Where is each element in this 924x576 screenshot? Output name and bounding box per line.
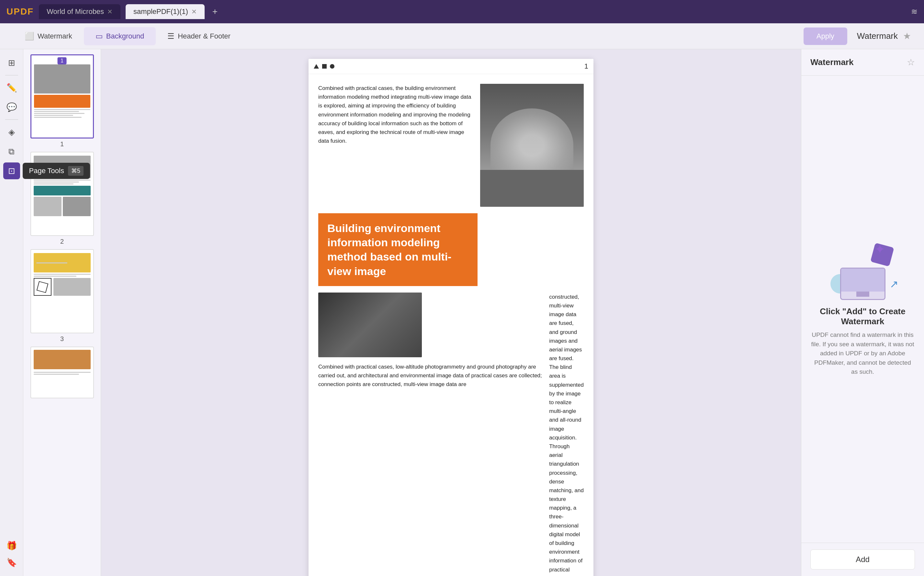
thumb-p4-img: [34, 350, 91, 369]
stamp-icon-btn[interactable]: ◈: [3, 123, 20, 141]
pdf-page-number: 1: [585, 62, 588, 70]
thumbnail-page-1: 1 1: [27, 54, 97, 148]
pdf-orange-banner: Building environment information modelin…: [318, 213, 477, 286]
tooltip-label: Page Tools: [29, 166, 64, 175]
click-add-text: Click "Add" to Create Watermark: [820, 306, 905, 326]
building-img-bg: [480, 84, 584, 207]
pdf-building-image: [480, 84, 584, 207]
page-tools-tooltip: Page Tools ⌘5: [22, 163, 90, 179]
star-icon[interactable]: ★: [903, 31, 911, 42]
thumb-label-3: 3: [60, 335, 64, 343]
thumbnail-page-3: 3: [27, 249, 97, 343]
title-bar-icon: ≋: [911, 7, 918, 16]
tab-world-of-microbes[interactable]: World of Microbes ✕: [39, 4, 120, 19]
pdf-top-bar: 1: [309, 59, 593, 74]
thumb-frame-3[interactable]: [30, 249, 94, 333]
wm-star-icon: ✦: [874, 242, 886, 257]
pages-icon-btn[interactable]: ⊞: [3, 54, 20, 71]
pdf-row-2: Combined with practical cases, low-altit…: [318, 293, 584, 576]
tooltip-shortcut: ⌘5: [68, 166, 83, 176]
thumb-p2-text: [34, 179, 91, 184]
pdf-text-1: Combined with practical cases, the build…: [318, 84, 474, 207]
page-tools-container: ⊡ Page Tools ⌘5: [3, 162, 20, 179]
divider-2: [5, 119, 18, 120]
wm-monitor-stand: [856, 291, 869, 297]
click-add-title: Click "Add" to Create Watermark: [811, 306, 914, 326]
background-label: Background: [106, 32, 144, 40]
tab-sample-pdf-close[interactable]: ✕: [191, 8, 197, 16]
pdf-body: Combined with practical cases, the build…: [309, 74, 593, 576]
panel-title-toolbar: Watermark: [857, 31, 898, 41]
add-button[interactable]: Add: [810, 549, 915, 570]
thumb-p3-text: [34, 274, 91, 277]
tab-world-of-microbes-close[interactable]: ✕: [107, 8, 113, 16]
watermark-illustration: ✦ ↗: [830, 242, 895, 300]
pdf-text-2: constructed, multi-view image data are f…: [549, 293, 584, 576]
right-panel-title: Watermark: [810, 57, 854, 67]
thumb-p2-img2: [34, 197, 91, 216]
watermark-icon: ⬜: [25, 32, 34, 41]
thumb-badge-1: 1: [57, 57, 67, 64]
pdf-viewer: 1 Combined with practical cases, the bui…: [101, 49, 801, 576]
bottom-icons: 🎁 🔖: [3, 537, 20, 571]
background-icon: ▭: [96, 32, 103, 41]
pdf-row-1: Combined with practical cases, the build…: [318, 84, 584, 207]
wm-monitor-screen: [841, 269, 884, 291]
right-panel: Watermark ☆ ✦ ↗ Click "Add" to Create Wa…: [801, 49, 924, 576]
thumb-p1-img: [34, 64, 90, 93]
triangle-icon: [314, 64, 319, 69]
watermark-toolbar-btn[interactable]: ⬜ Watermark: [13, 27, 84, 45]
thumb-frame-4[interactable]: [30, 347, 94, 398]
main-layout: ⊞ ✏️ 💬 ◈ ⧉ ⊡ Page Tools ⌘5 🎁 🔖 1: [0, 49, 924, 576]
right-panel-star-icon[interactable]: ☆: [907, 57, 915, 68]
thumb-p4-text: [34, 372, 91, 375]
pdf-icons: [314, 64, 335, 69]
wm-cursor-icon: ↗: [890, 278, 898, 290]
right-panel-header: Watermark ☆: [801, 49, 924, 76]
watermark-description: UPDF cannot find a watermark in this fil…: [811, 330, 914, 377]
new-tab-button[interactable]: +: [212, 6, 218, 17]
apply-button[interactable]: Apply: [804, 27, 847, 45]
thumb-label-2: 2: [60, 238, 64, 245]
comment-icon-btn[interactable]: 💬: [3, 99, 20, 115]
toolbar: ⬜ Watermark ▭ Background ☰ Header & Foot…: [0, 23, 924, 49]
updf-logo: UPDF: [6, 6, 34, 17]
tab-sample-pdf[interactable]: samplePDF(1)(1) ✕: [126, 4, 205, 19]
thumb-p1-text: [34, 109, 90, 118]
header-footer-toolbar-btn[interactable]: ☰ Header & Footer: [156, 27, 242, 45]
thumb-label-1: 1: [60, 141, 64, 148]
thumbnail-panel: 1 1: [23, 49, 101, 576]
background-toolbar-btn[interactable]: ▭ Background: [84, 27, 156, 45]
left-sidebar: ⊞ ✏️ 💬 ◈ ⧉ ⊡ Page Tools ⌘5 🎁 🔖: [0, 49, 23, 576]
thumb-p2-teal: [34, 186, 91, 195]
organize-icon-btn[interactable]: ⧉: [3, 143, 20, 160]
gift-icon-btn[interactable]: 🎁: [3, 537, 20, 554]
divider-1: [5, 75, 18, 75]
wm-monitor: [840, 267, 886, 300]
pdf-photo-caption: Combined with practical cases, low-altit…: [318, 362, 543, 576]
header-footer-icon: ☰: [167, 32, 175, 41]
tab-world-of-microbes-label: World of Microbes: [46, 8, 104, 16]
pdf-page: 1 Combined with practical cases, the bui…: [309, 59, 593, 576]
pdf-photo: [318, 293, 422, 357]
thumb-frame-1[interactable]: 1: [30, 54, 94, 139]
thumb-p1-orange: [34, 95, 90, 108]
title-bar: UPDF World of Microbes ✕ samplePDF(1)(1)…: [0, 0, 924, 23]
circle-icon: [330, 64, 335, 69]
header-footer-label: Header & Footer: [178, 32, 231, 40]
square-icon: [322, 64, 327, 69]
tab-sample-pdf-label: samplePDF(1)(1): [133, 8, 188, 16]
bookmark-icon-btn[interactable]: 🔖: [3, 554, 20, 571]
text-edit-icon-btn[interactable]: ✏️: [3, 79, 20, 96]
page-tools-icon-btn[interactable]: ⊡: [3, 162, 20, 179]
pdf-left-col: Combined with practical cases, low-altit…: [318, 293, 543, 576]
watermark-label: Watermark: [38, 32, 72, 40]
thumbnail-page-4: [27, 347, 97, 398]
right-panel-body: ✦ ↗ Click "Add" to Create Watermark UPDF…: [801, 76, 924, 543]
right-panel-footer: Add: [801, 543, 924, 576]
thumb-p3-geom: [34, 278, 91, 296]
thumb-p3-yellow: [34, 253, 91, 272]
